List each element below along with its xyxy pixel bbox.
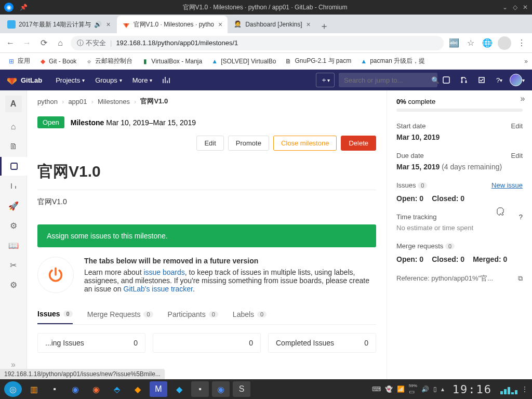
tb-chromium-active-icon[interactable]: ◉: [212, 381, 230, 397]
breadcrumb-item: 官网V1.0: [140, 97, 168, 106]
pin-icon[interactable]: 📌: [20, 4, 28, 11]
edit-start-date[interactable]: Edit: [511, 122, 523, 130]
tab-merge-requests[interactable]: Merge Requests0: [87, 304, 153, 324]
bookmark-item[interactable]: ▮VirtualBox - Manja: [138, 57, 205, 65]
reload-button[interactable]: ⟳: [37, 37, 50, 49]
close-milestone-button[interactable]: Close milestone: [273, 136, 337, 151]
globe-icon[interactable]: 🌐: [481, 37, 494, 49]
sidebar-snippets-icon[interactable]: ✂: [0, 256, 27, 274]
sidebar-issues-icon[interactable]: [0, 157, 27, 176]
tb-sublime-icon[interactable]: S: [233, 381, 250, 397]
bookmark-item[interactable]: ◆Git - Book: [35, 57, 79, 65]
tab-participants[interactable]: Participants0: [168, 304, 218, 324]
copy-icon[interactable]: ⧉: [518, 274, 523, 283]
sidebar-cicd-icon[interactable]: 🚀: [0, 196, 27, 215]
menu-icon[interactable]: ⋮: [515, 37, 528, 49]
security-indicator[interactable]: ⓘ 不安全: [77, 38, 106, 48]
issue-tracker-link[interactable]: GitLab's issue tracker: [124, 285, 193, 293]
sidebar-repo-icon[interactable]: 🗎: [0, 137, 27, 156]
help-icon[interactable]: ?: [519, 213, 523, 221]
issue-boards-link[interactable]: issue boards: [143, 268, 184, 276]
tb-terminal-icon[interactable]: ▪: [46, 381, 63, 397]
breadcrumb-item[interactable]: app01: [68, 98, 87, 105]
search-input[interactable]: [344, 76, 431, 84]
nav-todos-icon[interactable]: [473, 70, 490, 90]
nav-more[interactable]: More ▾: [127, 70, 158, 90]
bookmark-item[interactable]: ▲[SOLVED] VirtualBo: [207, 57, 279, 65]
deprecation-heading: The tabs below will be removed in a futu…: [84, 257, 258, 265]
tb-app-icon[interactable]: M: [150, 381, 167, 397]
tb-vscode-icon[interactable]: ⬘: [108, 381, 126, 397]
nav-groups[interactable]: Groups ▾: [90, 70, 127, 90]
sidebar-ops-icon[interactable]: ⚙: [0, 216, 27, 235]
mr-label: Merge requests: [396, 242, 443, 250]
tray-ghost-icon[interactable]: 👻: [385, 385, 393, 393]
browser-tab-2[interactable]: 🤵 Dashboard [Jenkins] ×: [229, 16, 316, 33]
home-button[interactable]: ⌂: [54, 37, 66, 49]
nav-help-icon[interactable]: ? ▾: [490, 70, 508, 90]
tb-terminal-icon[interactable]: ▪: [191, 381, 209, 397]
nav-user-avatar[interactable]: ▾: [508, 70, 526, 90]
nav-search[interactable]: 🔍: [339, 73, 437, 87]
browser-tab-1[interactable]: 官网V1.0 · Milestones · pytho ×: [117, 16, 228, 33]
back-button[interactable]: ←: [4, 37, 17, 49]
window-title: 官网V1.0 · Milestones · python / app01 · G…: [28, 3, 502, 12]
nav-issues-icon[interactable]: [437, 70, 455, 90]
nav-plus[interactable]: ＋ ▾: [316, 73, 335, 87]
sidebar-mr-icon[interactable]: [0, 177, 27, 195]
edit-button[interactable]: Edit: [196, 136, 223, 151]
promote-button[interactable]: Promote: [228, 136, 269, 151]
breadcrumb-item[interactable]: Milestones: [98, 98, 130, 105]
tb-chromium-icon[interactable]: ◉: [66, 381, 84, 397]
tab-labels[interactable]: Labels0: [233, 304, 267, 324]
tb-files-icon[interactable]: ▥: [25, 381, 43, 397]
tb-app-icon[interactable]: ◆: [170, 381, 188, 397]
browser-tab-0[interactable]: 2017年最新 14期云计算与 🔊 ×: [2, 16, 116, 33]
tray-wifi-icon[interactable]: 📶: [397, 385, 405, 393]
clock[interactable]: 19:16: [453, 383, 492, 396]
tab-close-icon[interactable]: ×: [218, 20, 222, 29]
tray-phone-icon[interactable]: ▯: [433, 385, 437, 393]
tray-keyboard-icon[interactable]: ⌨: [372, 385, 381, 393]
tray-volume-icon[interactable]: 🔊: [421, 385, 429, 393]
new-issue-link[interactable]: New issue: [491, 181, 523, 189]
tb-menu-icon[interactable]: ◎: [4, 381, 22, 397]
collapse-sidebar-icon[interactable]: »: [516, 92, 529, 105]
sidebar-wiki-icon[interactable]: 📖: [0, 236, 27, 255]
window-min-icon[interactable]: ⌄: [502, 4, 508, 11]
tb-sublime-icon[interactable]: ◆: [129, 381, 147, 397]
window-max-icon[interactable]: ◇: [513, 4, 517, 11]
bookmarks-overflow-icon[interactable]: »: [524, 58, 528, 65]
audio-icon[interactable]: 🔊: [94, 21, 102, 28]
bookmark-item[interactable]: 🗎GnuPG-2.1 与 pacm: [281, 57, 354, 65]
window-close-icon[interactable]: ✕: [523, 4, 528, 11]
nav-activity-icon[interactable]: [157, 70, 175, 90]
tab-close-icon[interactable]: ×: [106, 20, 110, 29]
delete-button[interactable]: Delete: [341, 136, 376, 151]
nav-mr-icon[interactable]: [455, 70, 473, 90]
tab-issues[interactable]: Issues0: [37, 304, 73, 324]
tb-firefox-icon[interactable]: ◉: [87, 381, 105, 397]
profile-icon[interactable]: [498, 36, 511, 50]
tray-menu-icon[interactable]: ⋮: [522, 385, 528, 393]
edit-due-date[interactable]: Edit: [511, 152, 523, 159]
url-input[interactable]: ⓘ 不安全 | 192.168.1.18/python/app01/milest…: [71, 36, 444, 50]
sidebar-settings-icon[interactable]: ⚙: [0, 275, 27, 294]
star-icon[interactable]: ☆: [464, 37, 477, 49]
new-tab-button[interactable]: ＋: [317, 19, 331, 33]
issue-column: Completed Issues0: [268, 333, 376, 353]
gitlab-logo[interactable]: GitLab: [6, 74, 42, 86]
sidebar-home-icon[interactable]: ⌂: [0, 117, 27, 136]
tray-bars-icon[interactable]: [500, 384, 517, 394]
project-avatar[interactable]: A: [5, 96, 22, 112]
forward-button[interactable]: →: [21, 37, 33, 49]
breadcrumb-item[interactable]: python: [37, 98, 58, 105]
nav-projects[interactable]: Projects ▾: [50, 70, 90, 90]
translate-icon[interactable]: 🔤: [448, 37, 460, 49]
tab-close-icon[interactable]: ×: [307, 20, 311, 29]
bookmark-item[interactable]: ▲pacman 升级后，提: [356, 57, 428, 65]
apps-bookmark[interactable]: ⊞应用: [4, 57, 33, 65]
tray-up-icon[interactable]: ▴: [441, 385, 444, 393]
bookmark-item[interactable]: ⟐云邮箱控制台: [82, 57, 136, 65]
tray-battery-icon[interactable]: 59%▭: [409, 383, 417, 395]
